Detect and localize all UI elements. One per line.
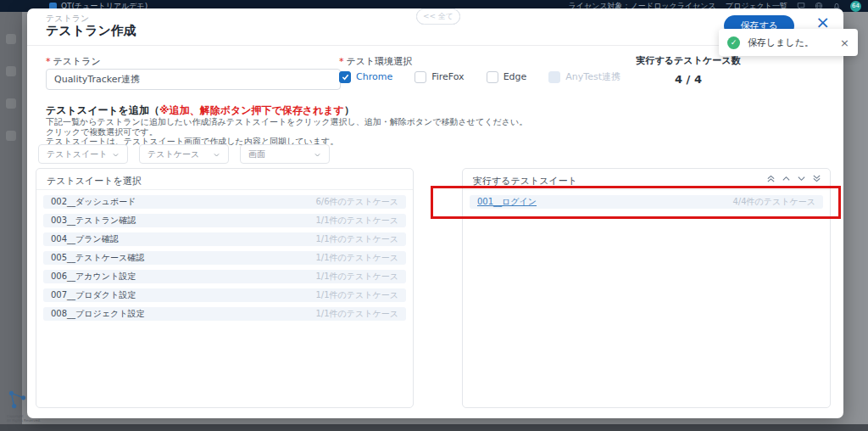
suite-case-count: 1/1件のテストケース xyxy=(316,308,399,320)
env-checkbox-label: FireFox xyxy=(431,71,464,82)
suite-case-count: 1/1件のテストケース xyxy=(316,271,399,283)
suite-name: 004__プラン確認 xyxy=(51,233,119,245)
reorder-controls xyxy=(766,174,821,183)
suite-case-count: 1/1件のテストケース xyxy=(316,289,399,301)
case-count-group: 実行するテストケース数 4 / 4 xyxy=(612,54,765,86)
selected-suites-list: 001__ログイン 4/4件のテストケース xyxy=(463,190,830,219)
suite-name: 002__ダッシュボード xyxy=(51,196,136,208)
filter-dropdown[interactable]: テストスイート xyxy=(38,144,128,164)
suite-case-count: 1/1件のテストケース xyxy=(316,215,399,227)
available-suites-header: テストスイートを選択 xyxy=(36,169,413,190)
selected-suites-panel: 実行するテストスイート 001__ログイン 4/4件のテストケース xyxy=(462,168,831,408)
suite-list-item[interactable]: 008__プロジェクト設定 1/1件のテストケース xyxy=(43,307,406,321)
suite-list-item[interactable]: 005__テストケース確認 1/1件のテストケース xyxy=(43,251,406,265)
filter-dropdown-label: 画面 xyxy=(248,148,265,160)
required-mark: * xyxy=(46,56,51,67)
save-success-toast: ✓ 保存しました。 × xyxy=(719,29,858,56)
notification-badge[interactable]: 64 xyxy=(850,1,861,12)
chevron-down-icon xyxy=(112,146,120,162)
suite-name: 007__プロダクト設定 xyxy=(51,289,136,301)
suite-case-count: 4/4件のテストケース xyxy=(733,196,816,208)
case-count-value: 4 / 4 xyxy=(612,73,765,86)
env-checkbox-group: Chrome FireFox Edge AnyTest連携 xyxy=(339,70,620,83)
testrun-label: *テストラン xyxy=(46,55,101,68)
section-title-warning: ※追加、解除ボタン押下で保存されます xyxy=(159,104,344,116)
filter-dropdown[interactable]: テストケース xyxy=(139,144,229,164)
checkbox-icon xyxy=(548,71,560,83)
chevron-down-icon xyxy=(213,146,220,162)
filter-dropdown-label: テストスイート xyxy=(47,148,107,160)
suite-list-item[interactable]: 006__アカウント設定 1/1件のテストケース xyxy=(43,270,406,283)
suite-case-count: 6/6件のテストケース xyxy=(316,196,399,208)
toast-close-icon[interactable]: × xyxy=(840,36,849,49)
copyright-line2: All Rights Reserved. xyxy=(7,418,41,423)
footer-bar xyxy=(0,424,868,431)
toast-message: 保存しました。 xyxy=(748,36,840,49)
sidebar-icon xyxy=(6,34,16,44)
move-bottom-icon[interactable] xyxy=(812,174,821,183)
filter-dropdown[interactable]: 画面 xyxy=(240,144,330,164)
required-mark: * xyxy=(339,56,344,67)
sidebar-icon xyxy=(6,131,16,141)
env-checkbox-label: Chrome xyxy=(356,71,392,82)
env-checkbox-label: Edge xyxy=(504,71,527,82)
selected-suite-item[interactable]: 001__ログイン 4/4件のテストケース xyxy=(470,195,823,209)
suite-list-item[interactable]: 007__プロダクト設定 1/1件のテストケース xyxy=(43,288,406,302)
suite-name: 005__テストケース確認 xyxy=(51,252,144,264)
case-count-label: 実行するテストケース数 xyxy=(612,54,765,67)
suite-link[interactable]: 001__ログイン xyxy=(477,196,537,208)
close-icon[interactable]: × xyxy=(815,14,830,31)
testrun-create-modal: テストラン テストラン作成 保存する × *テストラン *テスト環境選択 Chr… xyxy=(27,8,843,418)
transfer-button[interactable]: << 全て xyxy=(416,8,460,25)
filter-dropdown-label: テストケース xyxy=(147,148,199,160)
screen: QT(チュートリアルデモ) ライセンス対象：ノードロックライセンス プロジェクト… xyxy=(0,0,868,431)
move-up-icon[interactable] xyxy=(782,174,791,183)
testrun-name-input[interactable] xyxy=(46,69,341,90)
env-checkbox[interactable]: FireFox xyxy=(415,71,464,83)
suite-list-item[interactable]: 004__プラン確認 1/1件のテストケース xyxy=(43,232,406,246)
suite-case-count: 1/1件のテストケース xyxy=(316,252,399,264)
suite-name: 003__テストラン確認 xyxy=(51,215,136,227)
available-suites-list: 002__ダッシュボード 6/6件のテストケース 003__テストラン確認 1/… xyxy=(36,190,413,331)
suite-list-item[interactable]: 002__ダッシュボード 6/6件のテストケース xyxy=(43,195,406,209)
checkbox-icon xyxy=(339,71,351,83)
suite-list-item[interactable]: 003__テストラン確認 1/1件のテストケース xyxy=(43,214,406,227)
suite-case-count: 1/1件のテストケース xyxy=(316,233,399,245)
env-checkbox[interactable]: Chrome xyxy=(339,71,392,83)
page-title: テストラン作成 xyxy=(46,23,136,39)
suite-name: 006__アカウント設定 xyxy=(51,271,136,283)
sidebar-icon xyxy=(6,98,16,109)
available-suites-panel: テストスイートを選択 002__ダッシュボード 6/6件のテストケース 003_… xyxy=(36,168,414,408)
selected-suites-header: 実行するテストスイート xyxy=(463,169,830,190)
sidebar-dimmed xyxy=(0,12,22,424)
checkbox-icon xyxy=(487,71,498,83)
sidebar-icon xyxy=(6,66,16,76)
suite-name: 008__プロジェクト設定 xyxy=(51,308,145,320)
env-select-label: *テスト環境選択 xyxy=(339,55,412,68)
checkbox-icon xyxy=(415,71,426,83)
filter-row: テストスイート テストケース 画面 xyxy=(38,144,330,164)
env-checkbox[interactable]: Edge xyxy=(487,71,527,83)
chevron-down-icon xyxy=(314,146,321,162)
move-top-icon[interactable] xyxy=(766,174,776,183)
success-check-icon: ✓ xyxy=(727,36,740,49)
move-down-icon[interactable] xyxy=(797,174,806,183)
env-checkbox[interactable]: AnyTest連携 xyxy=(548,70,620,83)
